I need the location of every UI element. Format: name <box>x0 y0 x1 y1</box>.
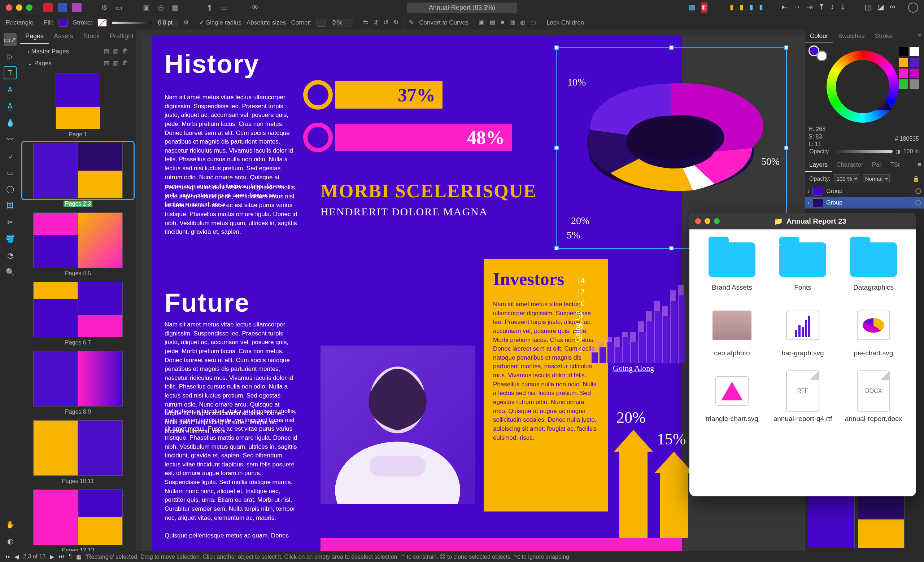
visibility-icon[interactable] <box>915 188 921 194</box>
view-options-icon[interactable]: ▦ <box>76 553 82 560</box>
layer-lock-icon[interactable]: 🔒 <box>912 175 920 182</box>
preferences-icon[interactable]: ⚙ <box>100 3 109 12</box>
stroke-settings-icon[interactable]: ⚙ <box>183 19 189 26</box>
minimize-window-icon[interactable] <box>16 4 22 11</box>
show-text-wrap-icon[interactable]: ▤ <box>490 19 496 26</box>
page-options-icon[interactable]: ▥ <box>113 60 119 67</box>
finder-item[interactable]: Datagraphics <box>842 240 905 291</box>
eyedropper-tool-icon[interactable]: 💧 <box>4 116 16 129</box>
page-thumb-6-7[interactable]: Pages 6,7 <box>23 282 133 346</box>
group-icon[interactable]: ◫ <box>865 3 872 13</box>
finder-item[interactable]: DOCXannual-report.docx <box>842 372 905 423</box>
tab-assets[interactable]: Assets <box>49 30 78 43</box>
tab-character[interactable]: Character <box>832 158 868 172</box>
add-master-icon[interactable]: ▤ <box>104 48 110 55</box>
tab-stroke[interactable]: Stroke <box>870 30 898 43</box>
tab-layers[interactable]: Layers <box>805 158 832 172</box>
baseline-icon[interactable]: ¶ <box>205 3 214 12</box>
wrap-settings-icon[interactable]: ▣ <box>479 19 485 26</box>
tab-colour[interactable]: Colour <box>805 30 833 43</box>
corner-value-field[interactable] <box>331 19 352 27</box>
tab-paragraph[interactable]: Par <box>868 158 886 172</box>
fill-tool-icon[interactable]: 🪣 <box>4 232 16 245</box>
table-tool-icon[interactable]: A̲ <box>4 100 16 112</box>
designer-persona-icon[interactable] <box>58 3 67 12</box>
convert-curves-button[interactable]: Convert to Curves <box>419 19 468 26</box>
document-spread[interactable]: History Nam sit amet metus vitae lectus … <box>152 35 682 551</box>
nav-page-left[interactable] <box>808 490 855 548</box>
visibility-icon[interactable] <box>915 200 921 206</box>
zoom-window-icon[interactable] <box>714 218 720 224</box>
opacity-slider[interactable] <box>832 150 892 153</box>
swatch[interactable] <box>899 79 908 89</box>
finder-titlebar[interactable]: 📁 Annual Report 23 <box>689 213 916 229</box>
boolean-subtract-icon[interactable]: ◌ <box>531 19 536 26</box>
rounded-rect-tool-icon[interactable]: ◯ <box>4 182 16 196</box>
publisher-persona-icon[interactable] <box>44 3 53 12</box>
first-page-icon[interactable]: ⏮ <box>4 553 10 560</box>
finder-item[interactable]: pie-chart.svg <box>842 306 905 357</box>
swatch[interactable] <box>910 69 919 78</box>
stroke-well-icon[interactable] <box>816 51 827 61</box>
close-window-icon[interactable] <box>6 4 12 11</box>
finder-item[interactable]: ceo.afphoto <box>700 306 764 357</box>
snapping-icon[interactable]: ▦ <box>688 3 696 13</box>
add-page-icon[interactable]: ▤ <box>104 60 110 67</box>
pages-header[interactable]: ⌄ Pages <box>27 60 52 67</box>
corner-type-dropdown[interactable] <box>316 19 326 27</box>
close-window-icon[interactable] <box>695 218 701 224</box>
layer-row[interactable]: ›Group <box>805 185 924 197</box>
master-options-icon[interactable]: ▥ <box>113 48 119 55</box>
preview-mode-icon[interactable]: 👁 <box>250 3 260 12</box>
pen-tool-icon[interactable]: 〰 <box>4 133 16 146</box>
artistic-text-tool-icon[interactable]: T <box>4 66 16 79</box>
last-page-icon[interactable]: ⏭ <box>58 553 64 560</box>
boolean-add-icon[interactable]: ◍ <box>520 19 525 26</box>
preflight-icon[interactable]: ▣ <box>141 3 151 12</box>
colour-chooser-icon[interactable]: ◐ <box>4 535 16 547</box>
align-panel-icon[interactable]: ≡ <box>501 19 504 26</box>
clip-canvas-icon[interactable]: ▭ <box>219 3 229 12</box>
delete-master-icon[interactable]: 🗑 <box>122 48 129 55</box>
arrange-backward-icon[interactable]: ▮ <box>740 3 744 13</box>
arrange-back-icon[interactable]: ▮ <box>730 3 734 13</box>
account-avatar-icon[interactable] <box>908 3 918 13</box>
blend-mode-dropdown[interactable]: Normal <box>862 174 890 183</box>
single-radius-checkbox[interactable]: ✓ Single radius <box>199 19 242 26</box>
page-thumb-10-11[interactable]: Pages 10,11 <box>23 420 133 484</box>
page-thumb-8-9[interactable]: Pages 8,9 <box>23 351 133 415</box>
align-left-icon[interactable]: ⇤ <box>782 3 788 13</box>
rotate-ccw-icon[interactable]: ↺ <box>383 19 388 26</box>
zoom-window-icon[interactable] <box>26 4 33 11</box>
align-right-icon[interactable]: ⇥ <box>807 3 813 13</box>
tab-stock[interactable]: Stock <box>78 30 105 43</box>
stroke-width-slider[interactable] <box>112 22 152 24</box>
rotate-cw-icon[interactable]: ↻ <box>393 19 399 26</box>
finder-item[interactable]: RTFannual-report-q4.rtf <box>771 372 834 423</box>
frame-text-tool-icon[interactable]: A <box>4 83 16 96</box>
layers-menu-icon[interactable]: ≡ <box>915 158 924 172</box>
swatch[interactable] <box>910 47 919 56</box>
colour-wheel[interactable] <box>826 51 899 123</box>
convert-curves-icon[interactable]: ✎ <box>409 19 414 26</box>
toggle-ui-icon[interactable]: ◐ <box>701 3 707 13</box>
document-setup-icon[interactable]: ▭ <box>114 3 123 12</box>
vector-crop-tool-icon[interactable]: ✂ <box>4 216 16 229</box>
photo-persona-icon[interactable] <box>72 3 82 12</box>
swatch[interactable] <box>910 58 919 67</box>
finder-item[interactable]: Brand Assets <box>700 240 764 291</box>
arrange-front-icon[interactable]: ▮ <box>759 3 763 13</box>
page-thumb-12-13[interactable]: Pages 12,13 <box>23 489 133 551</box>
rectangle-tool-icon[interactable]: ▭ <box>4 166 16 179</box>
ungroup-icon[interactable]: ◪ <box>878 3 884 13</box>
page-thumb-2-3[interactable]: Pages 2,3 <box>23 143 133 208</box>
absolute-sizes-label[interactable]: Absolute sizes <box>246 19 286 26</box>
opacity-value[interactable]: 100 % <box>903 148 920 155</box>
align-top-icon[interactable]: ⤒ <box>819 3 825 13</box>
tab-preflight[interactable]: Preflight <box>105 30 139 43</box>
swatch[interactable] <box>899 69 908 78</box>
align-bottom-icon[interactable]: ⤓ <box>840 3 846 13</box>
align-hcenter-icon[interactable]: ↔ <box>794 3 801 13</box>
minimize-window-icon[interactable] <box>705 218 710 224</box>
arrange-forward-icon[interactable]: ▮ <box>749 3 753 13</box>
